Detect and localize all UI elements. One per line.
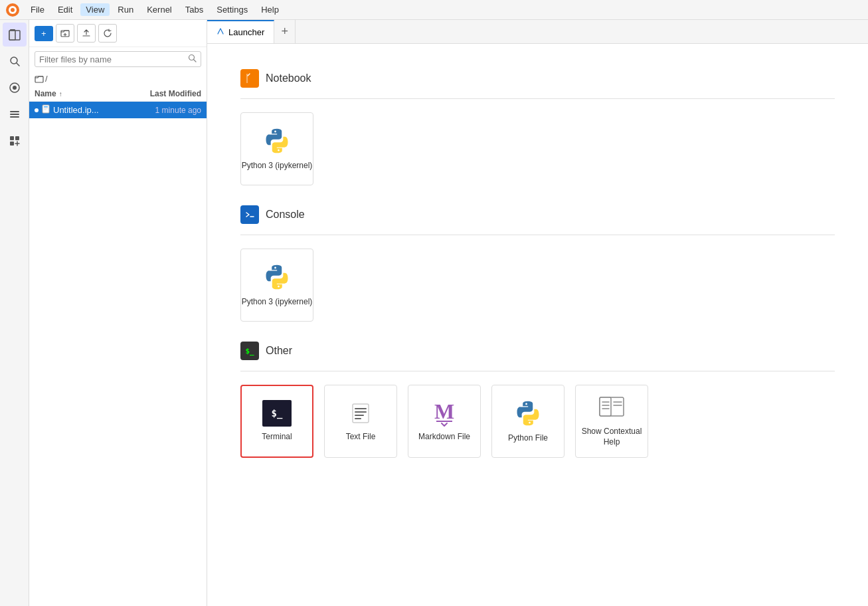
terminal-card-icon: $_ (262, 400, 292, 427)
svg-rect-20 (43, 105, 49, 113)
markdown-file-card[interactable]: M Markdown File (408, 385, 481, 458)
breadcrumb: / (29, 71, 207, 86)
python-file-card-label: Python File (508, 433, 548, 444)
menu-run[interactable]: Run (112, 3, 139, 16)
breadcrumb-text: / (45, 74, 48, 84)
tab-bar: Launcher + (207, 20, 868, 44)
jupyter-logo-icon (5, 3, 20, 17)
menu-edit[interactable]: Edit (52, 3, 78, 16)
search-activity-icon[interactable] (3, 49, 27, 73)
svg-rect-21 (44, 106, 48, 108)
file-modified-label: 1 minute ago (122, 106, 201, 115)
python3-notebook-icon (262, 126, 292, 155)
new-folder-button[interactable] (56, 24, 74, 43)
list-activity-icon[interactable] (3, 102, 27, 126)
console-divider (240, 235, 835, 235)
svg-rect-14 (15, 136, 19, 140)
menu-file[interactable]: File (25, 3, 50, 16)
search-input[interactable] (39, 54, 188, 64)
svg-rect-5 (9, 31, 15, 40)
tab-add-button[interactable]: + (274, 20, 296, 43)
terminal-card[interactable]: $_ Terminal (240, 385, 313, 458)
notebook-divider (240, 98, 835, 99)
file-name-label: Untitled.ip... (53, 105, 122, 115)
markdown-file-card-label: Markdown File (418, 432, 470, 443)
notebook-file-icon (41, 104, 50, 116)
file-item[interactable]: Untitled.ip... 1 minute ago (29, 102, 207, 118)
upload-button[interactable] (77, 24, 96, 43)
svg-rect-10 (10, 111, 19, 112)
menu-view[interactable]: View (80, 3, 110, 16)
svg-line-7 (17, 63, 19, 66)
menu-settings[interactable]: Settings (211, 3, 253, 16)
tab-launcher[interactable]: Launcher (207, 20, 274, 43)
markdown-file-card-icon: M (430, 400, 459, 427)
python3-notebook-label: Python 3 (ipykernel) (242, 161, 313, 171)
search-icon (188, 54, 197, 64)
python3-console-label: Python 3 (ipykernel) (242, 297, 313, 308)
svg-line-18 (194, 60, 197, 62)
sidebar-toolbar: + + (29, 20, 207, 47)
python3-console-card[interactable]: Python 3 (ipykernel) (240, 249, 313, 322)
file-list-header: Name ↑ Last Modified (29, 86, 207, 102)
file-search-bar[interactable] (35, 51, 201, 67)
python-file-card-icon (513, 399, 543, 428)
other-divider (240, 371, 835, 371)
menu-tabs[interactable]: Tabs (180, 3, 209, 16)
svg-rect-11 (10, 114, 19, 115)
svg-rect-22 (44, 108, 48, 109)
python3-console-icon (262, 262, 292, 292)
other-cards: $_ Terminal Text F (240, 385, 835, 458)
refresh-button[interactable] (98, 24, 117, 43)
terminal-card-label: Terminal (262, 432, 292, 443)
menubar: File Edit View Run Kernel Tabs Settings … (0, 0, 868, 20)
tab-launcher-label: Launcher (228, 27, 264, 37)
console-section-title: Console (266, 209, 305, 221)
main-area: Launcher + Notebook (207, 20, 868, 606)
contextual-help-card-label: Show Contextual Help (576, 427, 648, 447)
plus-icon: + (41, 29, 46, 39)
file-dot-indicator (35, 108, 39, 112)
column-name[interactable]: Name ↑ (35, 89, 122, 98)
svg-rect-13 (10, 136, 14, 140)
svg-point-2 (11, 8, 15, 12)
sidebar: + + (29, 20, 207, 606)
extension-activity-icon[interactable] (3, 129, 27, 153)
svg-text:M: M (434, 400, 454, 423)
launcher-panel: Notebook Python 3 (ipykernel) (207, 44, 868, 606)
menu-help[interactable]: Help (256, 3, 284, 16)
file-list: Untitled.ip... 1 minute ago (29, 102, 207, 118)
menu-kernel[interactable]: Kernel (141, 3, 177, 16)
launcher-tab-icon (217, 27, 224, 37)
python3-notebook-card[interactable]: Python 3 (ipykernel) (240, 112, 313, 185)
svg-rect-12 (10, 116, 19, 118)
other-section-title: Other (266, 345, 292, 357)
notebook-section-icon (240, 69, 259, 88)
text-file-card-label: Text File (346, 432, 376, 443)
text-file-card[interactable]: Text File (324, 385, 397, 458)
other-section-header: $_ Other (240, 342, 835, 360)
console-section-header: Console (240, 205, 835, 224)
python-file-card[interactable]: Python File (491, 385, 564, 458)
contextual-help-card[interactable]: Show Contextual Help (575, 385, 648, 458)
svg-rect-33 (600, 397, 611, 416)
console-cards: Python 3 (ipykernel) (240, 249, 835, 322)
svg-rect-19 (35, 76, 43, 82)
files-activity-icon[interactable] (3, 23, 27, 47)
svg-rect-26 (353, 404, 369, 423)
notebook-section-header: Notebook (240, 69, 835, 88)
svg-point-9 (13, 86, 17, 90)
notebook-cards: Python 3 (ipykernel) (240, 112, 835, 185)
console-section-icon (240, 205, 259, 224)
contextual-help-card-icon (597, 395, 626, 421)
column-modified[interactable]: Last Modified (122, 89, 201, 98)
notebook-section-title: Notebook (266, 72, 311, 84)
sort-arrow-icon: ↑ (59, 90, 62, 98)
git-activity-icon[interactable] (3, 76, 27, 100)
svg-rect-23 (44, 110, 46, 110)
other-section-icon: $_ (240, 342, 259, 360)
text-file-card-icon (347, 400, 374, 427)
new-button[interactable]: + + (35, 26, 53, 41)
svg-rect-15 (10, 142, 14, 146)
activity-bar (0, 20, 29, 606)
